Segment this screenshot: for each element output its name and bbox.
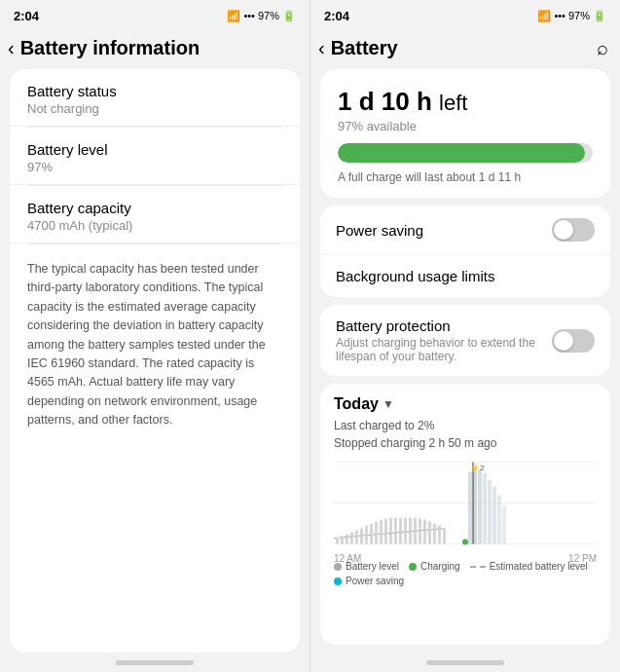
- svg-rect-34: [497, 496, 501, 544]
- chart-x-label-start: 12 AM: [334, 553, 361, 564]
- today-header: Today ▼: [334, 395, 597, 413]
- svg-rect-18: [409, 518, 412, 544]
- svg-rect-30: [478, 470, 482, 544]
- battery-protection-row[interactable]: Battery protection Adjust charging behav…: [320, 305, 610, 376]
- svg-rect-29: [473, 467, 477, 544]
- charge-note: A full charge will last about 1 d 11 h: [338, 170, 593, 184]
- svg-point-27: [462, 540, 468, 545]
- power-saving-toggle[interactable]: [552, 218, 595, 242]
- chart-x-axis: 12 AM 12 PM: [334, 553, 597, 564]
- today-section: Today ▼ Last charged to 2% Stopped charg…: [320, 384, 610, 645]
- battery-pct-left: 97%: [258, 10, 279, 21]
- battery-icon-left: 🔋: [282, 10, 296, 22]
- stopped-charging-text: Stopped charging 2 h 50 m ago: [334, 434, 597, 452]
- svg-rect-12: [380, 520, 383, 544]
- svg-rect-5: [346, 535, 348, 544]
- legend-estimated-line: [470, 566, 486, 568]
- chart-legend: Battery level Charging Estimated battery…: [334, 561, 597, 586]
- svg-rect-31: [483, 474, 487, 544]
- right-bottom-nav: [310, 653, 620, 672]
- battery-bar: [338, 143, 593, 163]
- battery-bar-fill: [338, 143, 585, 163]
- svg-rect-6: [350, 533, 353, 544]
- description-text: The typical capacity has been tested und…: [27, 260, 282, 429]
- today-charged-info: Last charged to 2% Stopped charging 2 h …: [334, 417, 597, 452]
- right-signal-icon: •••: [554, 10, 565, 21]
- svg-rect-13: [384, 519, 387, 544]
- right-status-icons: 📶 ••• 97% 🔋: [537, 10, 606, 22]
- left-content-card: Battery status Not charging Battery leve…: [10, 69, 300, 653]
- battery-capacity-label: Battery capacity: [27, 200, 282, 216]
- svg-rect-32: [488, 480, 492, 544]
- svg-rect-11: [375, 522, 378, 544]
- battery-level-section: Battery level 97%: [10, 128, 300, 185]
- wifi-icon: 📶: [227, 10, 240, 22]
- svg-rect-22: [428, 522, 431, 544]
- left-status-bar: 2:04 📶 ••• 97% 🔋: [0, 0, 310, 29]
- left-bottom-nav: [0, 653, 310, 672]
- last-charged-text: Last charged to 2%: [334, 417, 597, 434]
- svg-rect-21: [423, 520, 426, 544]
- battery-status-label: Battery status: [27, 83, 282, 99]
- svg-rect-10: [370, 524, 373, 544]
- right-time: 2:04: [324, 9, 349, 23]
- svg-rect-16: [399, 518, 402, 544]
- left-bottom-pill: [116, 660, 194, 665]
- battery-protection-toggle[interactable]: [552, 329, 595, 353]
- battery-status-value: Not charging: [27, 101, 282, 116]
- today-label: Today: [334, 395, 379, 413]
- battery-chart: ⚡2 12 AM 12 PM: [334, 460, 597, 557]
- battery-status-section: Battery status Not charging: [10, 69, 300, 127]
- svg-text:⚡2: ⚡2: [470, 463, 485, 472]
- svg-rect-17: [404, 518, 407, 544]
- left-time: 2:04: [14, 9, 39, 23]
- legend-power-saving-label: Power saving: [346, 576, 404, 586]
- right-header: ‹ Battery ⌕: [310, 29, 620, 69]
- svg-rect-33: [492, 487, 496, 544]
- svg-rect-3: [336, 539, 339, 544]
- left-status-icons: 📶 ••• 97% 🔋: [227, 10, 296, 22]
- svg-rect-28: [468, 472, 472, 544]
- svg-rect-9: [365, 526, 368, 544]
- search-icon[interactable]: ⌕: [597, 37, 608, 59]
- right-status-bar: 2:04 📶 ••• 97% 🔋: [310, 0, 620, 29]
- svg-rect-14: [389, 518, 392, 544]
- battery-time-remaining: 1 d 10 h left: [338, 87, 593, 117]
- right-back-button[interactable]: ‹: [318, 37, 325, 59]
- left-back-button[interactable]: ‹: [8, 37, 15, 59]
- background-usage-row[interactable]: Background usage limits: [320, 255, 610, 297]
- battery-level-label: Battery level: [27, 141, 282, 158]
- right-panel: 2:04 📶 ••• 97% 🔋 ‹ Battery ⌕ 1 d 10 h le…: [310, 0, 620, 672]
- svg-rect-15: [394, 518, 397, 544]
- signal-icon: •••: [243, 10, 255, 21]
- description-section: The typical capacity has been tested und…: [10, 244, 300, 445]
- left-page-title: Battery information: [20, 37, 298, 59]
- svg-rect-23: [433, 524, 436, 544]
- legend-power-saving: Power saving: [334, 576, 404, 586]
- today-dropdown-icon[interactable]: ▼: [383, 397, 394, 411]
- svg-rect-7: [355, 531, 358, 544]
- battery-level-value: 97%: [27, 160, 282, 174]
- battery-capacity-value: 4700 mAh (typical): [27, 218, 282, 233]
- settings-card: Power saving Background usage limits: [320, 205, 610, 297]
- right-battery-icon: 🔋: [593, 10, 606, 22]
- left-header: ‹ Battery information: [0, 29, 310, 69]
- legend-power-saving-dot: [334, 578, 342, 585]
- left-panel: 2:04 📶 ••• 97% 🔋 ‹ Battery information B…: [0, 0, 310, 672]
- svg-rect-25: [443, 529, 446, 544]
- svg-rect-35: [502, 506, 506, 544]
- battery-protection-label: Battery protection: [336, 317, 552, 334]
- right-bottom-pill: [426, 660, 504, 665]
- power-saving-row[interactable]: Power saving: [320, 205, 610, 255]
- battery-available-text: 97% available: [338, 119, 593, 133]
- battery-protection-sub: Adjust charging behavior to extend the l…: [336, 336, 552, 363]
- chart-svg: ⚡2: [334, 460, 597, 547]
- svg-rect-24: [438, 526, 441, 544]
- battery-protection-card: Battery protection Adjust charging behav…: [320, 305, 610, 376]
- right-wifi-icon: 📶: [537, 10, 551, 22]
- power-saving-label: Power saving: [336, 222, 423, 239]
- svg-rect-20: [419, 519, 421, 544]
- chart-x-label-end: 12 PM: [568, 553, 597, 564]
- right-battery-pct: 97%: [568, 10, 590, 21]
- battery-summary-card: 1 d 10 h left 97% available A full charg…: [320, 69, 610, 198]
